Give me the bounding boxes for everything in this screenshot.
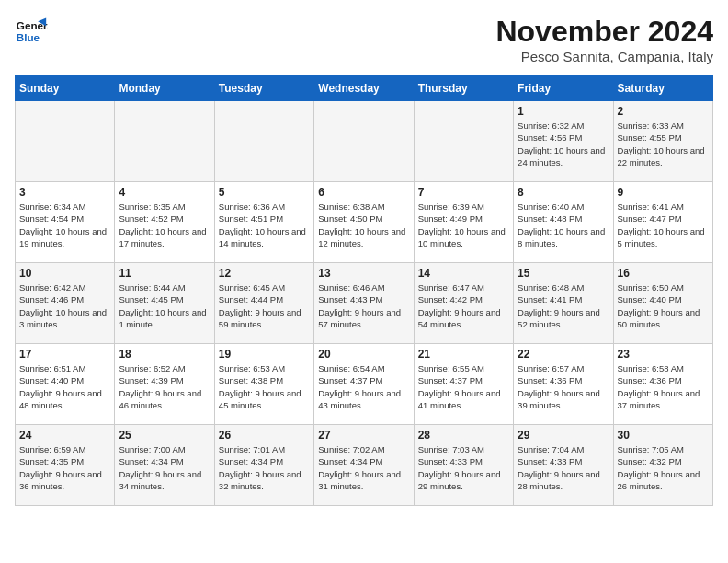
day-number: 23: [618, 348, 709, 361]
day-number: 15: [518, 267, 609, 280]
calendar-cell: [115, 101, 214, 182]
day-number: 3: [19, 186, 110, 199]
calendar-cell: 4Sunrise: 6:35 AM Sunset: 4:52 PM Daylig…: [115, 182, 214, 263]
calendar-cell: 6Sunrise: 6:38 AM Sunset: 4:50 PM Daylig…: [314, 182, 414, 263]
cell-info: Sunrise: 6:38 AM Sunset: 4:50 PM Dayligh…: [318, 201, 409, 249]
week-row-3: 10Sunrise: 6:42 AM Sunset: 4:46 PM Dayli…: [16, 263, 713, 344]
day-number: 4: [119, 186, 210, 199]
cell-info: Sunrise: 6:51 AM Sunset: 4:40 PM Dayligh…: [19, 362, 110, 411]
logo-icon: General Blue: [15, 15, 48, 48]
day-number: 29: [518, 429, 609, 442]
day-number: 16: [618, 267, 709, 280]
calendar-cell: [16, 101, 115, 182]
header: General Blue November 2024 Pesco Sannita…: [15, 15, 713, 64]
calendar-cell: 8Sunrise: 6:40 AM Sunset: 4:48 PM Daylig…: [514, 182, 613, 263]
cell-info: Sunrise: 6:47 AM Sunset: 4:42 PM Dayligh…: [418, 282, 509, 330]
cell-info: Sunrise: 6:44 AM Sunset: 4:45 PM Dayligh…: [119, 282, 210, 330]
title-area: November 2024 Pesco Sannita, Campania, I…: [495, 15, 713, 64]
day-number: 18: [119, 348, 210, 361]
day-number: 20: [318, 348, 409, 361]
day-number: 10: [19, 267, 110, 280]
col-header-thursday: Thursday: [414, 76, 513, 101]
calendar-cell: 27Sunrise: 7:02 AM Sunset: 4:34 PM Dayli…: [314, 425, 414, 506]
cell-info: Sunrise: 6:53 AM Sunset: 4:38 PM Dayligh…: [219, 362, 310, 411]
calendar-cell: 22Sunrise: 6:57 AM Sunset: 4:36 PM Dayli…: [514, 344, 613, 425]
week-row-2: 3Sunrise: 6:34 AM Sunset: 4:54 PM Daylig…: [16, 182, 713, 263]
cell-info: Sunrise: 6:36 AM Sunset: 4:51 PM Dayligh…: [219, 201, 310, 249]
day-number: 1: [518, 105, 609, 118]
calendar-cell: 15Sunrise: 6:48 AM Sunset: 4:41 PM Dayli…: [514, 263, 613, 344]
day-number: 9: [618, 186, 709, 199]
calendar-cell: 28Sunrise: 7:03 AM Sunset: 4:33 PM Dayli…: [414, 425, 513, 506]
day-number: 25: [119, 429, 210, 442]
calendar-cell: 7Sunrise: 6:39 AM Sunset: 4:49 PM Daylig…: [414, 182, 513, 263]
cell-info: Sunrise: 6:35 AM Sunset: 4:52 PM Dayligh…: [119, 201, 210, 249]
cell-info: Sunrise: 6:46 AM Sunset: 4:43 PM Dayligh…: [318, 282, 409, 330]
day-number: 21: [418, 348, 509, 361]
calendar-cell: 14Sunrise: 6:47 AM Sunset: 4:42 PM Dayli…: [414, 263, 513, 344]
day-number: 5: [219, 186, 310, 199]
calendar-cell: 23Sunrise: 6:58 AM Sunset: 4:36 PM Dayli…: [613, 344, 712, 425]
cell-info: Sunrise: 6:48 AM Sunset: 4:41 PM Dayligh…: [518, 282, 609, 330]
day-number: 26: [219, 429, 310, 442]
month-title: November 2024: [495, 15, 713, 49]
calendar-cell: 19Sunrise: 6:53 AM Sunset: 4:38 PM Dayli…: [214, 344, 313, 425]
day-number: 6: [318, 186, 409, 199]
cell-info: Sunrise: 6:50 AM Sunset: 4:40 PM Dayligh…: [618, 282, 709, 330]
calendar-cell: 20Sunrise: 6:54 AM Sunset: 4:37 PM Dayli…: [314, 344, 414, 425]
cell-info: Sunrise: 6:34 AM Sunset: 4:54 PM Dayligh…: [19, 201, 110, 249]
col-header-saturday: Saturday: [613, 76, 712, 101]
day-number: 8: [518, 186, 609, 199]
col-header-tuesday: Tuesday: [214, 76, 313, 101]
calendar-table: SundayMondayTuesdayWednesdayThursdayFrid…: [15, 75, 713, 506]
day-number: 19: [219, 348, 310, 361]
week-row-5: 24Sunrise: 6:59 AM Sunset: 4:35 PM Dayli…: [16, 425, 713, 506]
calendar-cell: [414, 101, 513, 182]
cell-info: Sunrise: 6:40 AM Sunset: 4:48 PM Dayligh…: [518, 201, 609, 249]
cell-info: Sunrise: 6:41 AM Sunset: 4:47 PM Dayligh…: [618, 201, 709, 249]
cell-info: Sunrise: 6:33 AM Sunset: 4:55 PM Dayligh…: [618, 120, 709, 168]
calendar-cell: 1Sunrise: 6:32 AM Sunset: 4:56 PM Daylig…: [514, 101, 613, 182]
day-number: 11: [119, 267, 210, 280]
calendar-cell: 17Sunrise: 6:51 AM Sunset: 4:40 PM Dayli…: [16, 344, 115, 425]
day-number: 22: [518, 348, 609, 361]
cell-info: Sunrise: 6:52 AM Sunset: 4:39 PM Dayligh…: [119, 362, 210, 411]
day-number: 17: [19, 348, 110, 361]
cell-info: Sunrise: 6:57 AM Sunset: 4:36 PM Dayligh…: [518, 362, 609, 411]
cell-info: Sunrise: 6:42 AM Sunset: 4:46 PM Dayligh…: [19, 282, 110, 330]
calendar-cell: [214, 101, 313, 182]
day-number: 2: [618, 105, 709, 118]
calendar-cell: [314, 101, 414, 182]
day-number: 12: [219, 267, 310, 280]
calendar-cell: 11Sunrise: 6:44 AM Sunset: 4:45 PM Dayli…: [115, 263, 214, 344]
calendar-cell: 30Sunrise: 7:05 AM Sunset: 4:32 PM Dayli…: [613, 425, 712, 506]
week-row-1: 1Sunrise: 6:32 AM Sunset: 4:56 PM Daylig…: [16, 101, 713, 182]
col-header-sunday: Sunday: [16, 76, 115, 101]
day-number: 27: [318, 429, 409, 442]
calendar-cell: 16Sunrise: 6:50 AM Sunset: 4:40 PM Dayli…: [613, 263, 712, 344]
calendar-cell: 21Sunrise: 6:55 AM Sunset: 4:37 PM Dayli…: [414, 344, 513, 425]
col-header-wednesday: Wednesday: [314, 76, 414, 101]
day-number: 30: [618, 429, 709, 442]
col-header-monday: Monday: [115, 76, 214, 101]
day-number: 28: [418, 429, 509, 442]
svg-text:Blue: Blue: [17, 31, 40, 43]
day-number: 13: [318, 267, 409, 280]
week-row-4: 17Sunrise: 6:51 AM Sunset: 4:40 PM Dayli…: [16, 344, 713, 425]
calendar-cell: 26Sunrise: 7:01 AM Sunset: 4:34 PM Dayli…: [214, 425, 313, 506]
day-number: 24: [19, 429, 110, 442]
calendar-cell: 12Sunrise: 6:45 AM Sunset: 4:44 PM Dayli…: [214, 263, 313, 344]
cell-info: Sunrise: 6:39 AM Sunset: 4:49 PM Dayligh…: [418, 201, 509, 249]
cell-info: Sunrise: 6:58 AM Sunset: 4:36 PM Dayligh…: [618, 362, 709, 411]
cell-info: Sunrise: 7:04 AM Sunset: 4:33 PM Dayligh…: [518, 443, 609, 492]
day-number: 7: [418, 186, 509, 199]
calendar-cell: 24Sunrise: 6:59 AM Sunset: 4:35 PM Dayli…: [16, 425, 115, 506]
cell-info: Sunrise: 6:32 AM Sunset: 4:56 PM Dayligh…: [518, 120, 609, 168]
cell-info: Sunrise: 7:02 AM Sunset: 4:34 PM Dayligh…: [318, 443, 409, 492]
cell-info: Sunrise: 7:01 AM Sunset: 4:34 PM Dayligh…: [219, 443, 310, 492]
logo: General Blue: [15, 15, 48, 48]
col-header-friday: Friday: [514, 76, 613, 101]
calendar-cell: 3Sunrise: 6:34 AM Sunset: 4:54 PM Daylig…: [16, 182, 115, 263]
calendar-cell: 13Sunrise: 6:46 AM Sunset: 4:43 PM Dayli…: [314, 263, 414, 344]
cell-info: Sunrise: 7:00 AM Sunset: 4:34 PM Dayligh…: [119, 443, 210, 492]
